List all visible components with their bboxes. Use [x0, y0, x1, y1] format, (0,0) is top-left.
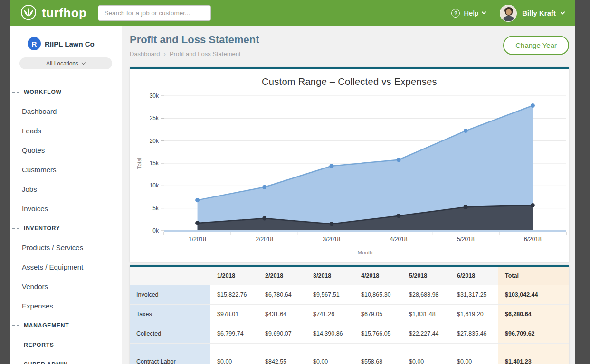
locations-label: All Locations [46, 60, 78, 67]
chevron-down-icon [82, 60, 86, 64]
cell-value: $0.00 [306, 352, 354, 364]
row-total: $1,401.23 [498, 352, 569, 364]
row-label: Taxes [130, 305, 210, 324]
svg-text:2/2018: 2/2018 [256, 236, 273, 243]
turfhop-logo-icon [20, 4, 37, 23]
cell-value: $22,227.44 [402, 324, 450, 344]
chevron-down-icon [482, 10, 486, 15]
sidebar-item-expenses[interactable]: Expenses [10, 296, 122, 316]
change-year-button[interactable]: Change Year [503, 36, 569, 55]
sidebar-item-products-services[interactable]: Products / Services [10, 238, 122, 257]
chart-area: 0k5k10k15k20k25k30k1/20182/20183/20184/2… [130, 87, 569, 258]
cell-value: $6,780.64 [258, 285, 306, 305]
row-total: $6,280.64 [498, 305, 569, 324]
locations-selector[interactable]: All Locations [19, 57, 112, 69]
nav-section-header-inventory[interactable]: INVENTORY [10, 218, 122, 238]
table-row-invoiced: Invoiced$15,822.76$6,780.64$9,567.51$10,… [130, 285, 569, 305]
cell-value: $9,690.07 [258, 324, 306, 344]
sidebar-item-dashboard[interactable]: Dashboard [10, 102, 122, 121]
breadcrumb-separator-icon: › [164, 50, 166, 57]
cell-value: $741.26 [306, 305, 354, 324]
table-card: 1/20182/20183/20184/20185/20186/2018Tota… [130, 265, 569, 364]
nav-section-super-admin: SUPER ADMIN [10, 355, 122, 364]
nav-section-header-management[interactable]: MANAGEMENT [10, 316, 122, 335]
cell-value: $9,567.51 [306, 285, 354, 305]
cell-value: $1,619.20 [450, 305, 498, 324]
spacer-cell [130, 344, 210, 352]
column-header-total: Total [498, 267, 569, 285]
svg-text:30k: 30k [150, 93, 159, 99]
page-title: Profit and Loss Statement [130, 34, 259, 46]
cell-value: $0.00 [402, 352, 450, 364]
column-header-2-2018: 2/2018 [258, 267, 306, 285]
table-row-collected: Collected$6,799.74$9,690.07$14,390.86$15… [130, 324, 569, 344]
tree-branch-icon [12, 325, 19, 326]
tree-branch-icon [12, 228, 19, 229]
cell-value: $27,835.46 [450, 324, 498, 344]
pnl-table-head-row: 1/20182/20183/20184/20185/20186/2018Tota… [130, 267, 569, 285]
company-name: RIIPL Lawn Co [45, 40, 95, 48]
column-header-5-2018: 5/2018 [402, 267, 450, 285]
svg-text:Total: Total [136, 158, 142, 169]
cell-value: $431.64 [258, 305, 306, 324]
nav-section-header-super-admin[interactable]: SUPER ADMIN [10, 355, 122, 364]
tree-branch-icon [12, 345, 19, 345]
svg-text:3/2018: 3/2018 [323, 236, 341, 243]
svg-text:1/2018: 1/2018 [189, 236, 206, 243]
cell-value: $679.05 [354, 305, 402, 324]
cell-value: $842.55 [258, 352, 306, 364]
sidebar-item-jobs[interactable]: Jobs [10, 179, 122, 199]
breadcrumb: Dashboard › Profit and Loss Statement [130, 50, 259, 57]
svg-text:10k: 10k [150, 182, 159, 189]
svg-text:0k: 0k [152, 227, 159, 234]
cell-value: $28,688.98 [402, 285, 450, 305]
section-spacer-row [130, 344, 569, 352]
sidebar-item-vendors[interactable]: Vendors [10, 277, 122, 296]
brand-name: turfhop [42, 6, 86, 20]
nav-section-header-workflow[interactable]: WORKFLOW [10, 82, 122, 102]
user-menu[interactable]: Billy Kraft [500, 5, 564, 22]
nav-section-label: REPORTS [24, 342, 54, 348]
svg-text:Month: Month [358, 250, 373, 255]
row-label: Collected [130, 324, 210, 344]
company-logo: R [28, 37, 41, 50]
table-row-taxes: Taxes$978.01$431.64$741.26$679.05$1,831.… [130, 305, 569, 324]
breadcrumb-dashboard[interactable]: Dashboard [130, 50, 160, 57]
svg-text:6/2018: 6/2018 [524, 236, 542, 243]
nav-section-label: SUPER ADMIN [24, 361, 67, 364]
table-row-contract-labor: Contract Labor$0.00$842.55$0.00$558.68$0… [130, 352, 569, 364]
sidebar-item-leads[interactable]: Leads [10, 121, 122, 140]
topbar-right: ? Help Billy Kraft [451, 5, 564, 22]
tree-branch-icon [12, 92, 19, 93]
brand[interactable]: turfhop [20, 4, 86, 23]
sidebar-item-invoices[interactable]: Invoices [10, 199, 122, 218]
cell-value: $0.00 [450, 352, 498, 364]
user-name: Billy Kraft [522, 9, 556, 17]
help-icon: ? [451, 9, 460, 18]
column-header-6-2018: 6/2018 [450, 267, 498, 285]
nav-section-workflow: WORKFLOWDashboardLeadsQuotesCustomersJob… [10, 82, 122, 218]
topbar: turfhop ? Help Billy Kraft [10, 0, 575, 26]
nav-section-header-reports[interactable]: REPORTS [10, 335, 122, 355]
nav-section-label: WORKFLOW [24, 89, 62, 95]
column-header-4-2018: 4/2018 [354, 267, 402, 285]
sidebar-item-quotes[interactable]: Quotes [10, 140, 122, 160]
svg-text:15k: 15k [150, 160, 159, 167]
spacer-cell [498, 344, 569, 352]
row-label: Contract Labor [130, 352, 210, 364]
svg-text:4/2018: 4/2018 [390, 236, 408, 243]
search-input[interactable] [98, 5, 211, 21]
cell-value: $558.68 [354, 352, 402, 364]
svg-text:25k: 25k [150, 115, 159, 121]
spacer-cell [210, 344, 498, 352]
row-total: $103,042.44 [498, 285, 569, 305]
page-header: Profit and Loss Statement Dashboard › Pr… [130, 34, 569, 57]
sidebar-item-assets-equipment[interactable]: Assets / Equipment [10, 257, 122, 277]
user-avatar[interactable] [500, 5, 517, 22]
help-menu[interactable]: ? Help [451, 9, 485, 18]
cell-value: $6,799.74 [210, 324, 258, 344]
sidebar-item-customers[interactable]: Customers [10, 160, 122, 179]
chart-title: Custom Range – Collected vs Expenses [130, 69, 569, 87]
nav-section-label: INVENTORY [24, 225, 60, 232]
app-window: turfhop ? Help Billy Kraft [10, 0, 575, 364]
